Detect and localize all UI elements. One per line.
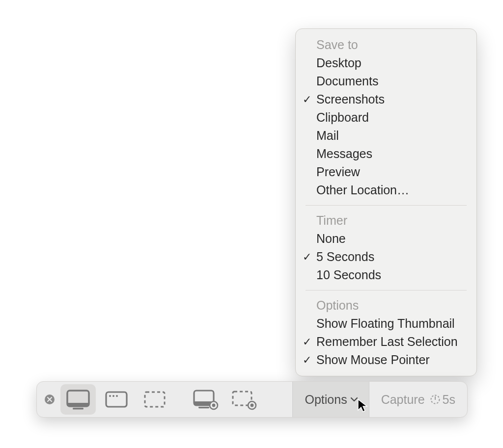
options-menu: Save to Desktop Documents ✓Screenshots C… bbox=[295, 28, 477, 376]
menu-item-documents[interactable]: Documents bbox=[296, 72, 476, 90]
menu-item-remember-selection[interactable]: ✓Remember Last Selection bbox=[296, 333, 476, 351]
record-screen-icon bbox=[192, 389, 220, 410]
svg-rect-15 bbox=[198, 407, 209, 408]
checkmark-icon: ✓ bbox=[303, 354, 311, 367]
menu-item-show-thumbnail[interactable]: Show Floating Thumbnail bbox=[296, 315, 476, 333]
screenshot-toolbar: Options Capture 5s bbox=[36, 381, 468, 418]
menu-item-label: 10 Seconds bbox=[316, 268, 381, 282]
checkmark-icon: ✓ bbox=[303, 336, 311, 348]
record-entire-screen-button[interactable] bbox=[188, 384, 224, 415]
menu-heading-save-to: Save to bbox=[296, 36, 476, 54]
svg-rect-7 bbox=[106, 392, 127, 407]
svg-point-22 bbox=[251, 404, 254, 407]
menu-separator bbox=[306, 205, 467, 206]
close-button[interactable] bbox=[44, 394, 56, 405]
menu-item-label: Desktop bbox=[316, 56, 362, 70]
menu-item-mail[interactable]: Mail bbox=[296, 127, 476, 145]
timer-value: 5s bbox=[443, 393, 455, 407]
menu-item-label: Preview bbox=[316, 165, 360, 179]
menu-item-label: Remember Last Selection bbox=[316, 335, 458, 348]
record-selection-icon bbox=[230, 389, 258, 410]
menu-item-label: Other Location… bbox=[316, 183, 409, 197]
svg-point-8 bbox=[109, 395, 111, 397]
menu-item-label: Screenshots bbox=[316, 92, 385, 106]
menu-item-timer-none[interactable]: None bbox=[296, 230, 476, 248]
svg-point-9 bbox=[112, 395, 114, 397]
window-icon bbox=[104, 390, 129, 409]
menu-item-label: None bbox=[316, 232, 346, 245]
options-button[interactable]: Options bbox=[292, 382, 369, 417]
svg-rect-11 bbox=[145, 392, 165, 407]
menu-item-label: Show Floating Thumbnail bbox=[316, 316, 455, 330]
menu-item-clipboard[interactable]: Clipboard bbox=[296, 108, 476, 127]
menu-item-timer-10s[interactable]: 10 Seconds bbox=[296, 266, 476, 284]
svg-rect-5 bbox=[67, 403, 89, 406]
svg-point-10 bbox=[116, 395, 118, 397]
menu-heading-options: Options bbox=[296, 296, 476, 315]
menu-heading-timer: Timer bbox=[296, 211, 476, 230]
menu-item-other-location[interactable]: Other Location… bbox=[296, 181, 476, 199]
capture-selection-button[interactable] bbox=[137, 384, 172, 415]
checkmark-icon: ✓ bbox=[303, 251, 311, 264]
screen-icon bbox=[66, 389, 90, 410]
capture-window-button[interactable] bbox=[99, 384, 134, 415]
menu-item-label: Messages bbox=[316, 147, 372, 160]
menu-item-label: Mail bbox=[316, 129, 339, 142]
menu-separator bbox=[306, 290, 467, 290]
chevron-down-icon bbox=[350, 396, 358, 402]
capture-label: Capture bbox=[381, 393, 425, 407]
close-icon bbox=[44, 394, 55, 405]
capture-button[interactable]: Capture 5s bbox=[369, 382, 467, 417]
options-label: Options bbox=[305, 393, 347, 407]
menu-item-label: Documents bbox=[316, 74, 378, 88]
timer-icon bbox=[430, 394, 441, 405]
menu-item-label: Show Mouse Pointer bbox=[316, 353, 430, 367]
menu-item-messages[interactable]: Messages bbox=[296, 145, 476, 163]
menu-item-screenshots[interactable]: ✓Screenshots bbox=[296, 90, 476, 108]
menu-item-desktop[interactable]: Desktop bbox=[296, 54, 476, 72]
checkmark-icon: ✓ bbox=[303, 93, 311, 106]
svg-point-18 bbox=[212, 404, 216, 407]
capture-entire-screen-button[interactable] bbox=[60, 384, 96, 415]
record-selection-button[interactable] bbox=[226, 384, 262, 415]
menu-item-preview[interactable]: Preview bbox=[296, 163, 476, 181]
svg-rect-6 bbox=[73, 408, 84, 410]
menu-item-label: Clipboard bbox=[316, 110, 369, 124]
menu-item-timer-5s[interactable]: ✓5 Seconds bbox=[296, 248, 476, 266]
selection-icon bbox=[142, 390, 167, 409]
menu-item-label: 5 Seconds bbox=[316, 250, 374, 264]
menu-item-show-mouse-pointer[interactable]: ✓Show Mouse Pointer bbox=[296, 351, 476, 369]
